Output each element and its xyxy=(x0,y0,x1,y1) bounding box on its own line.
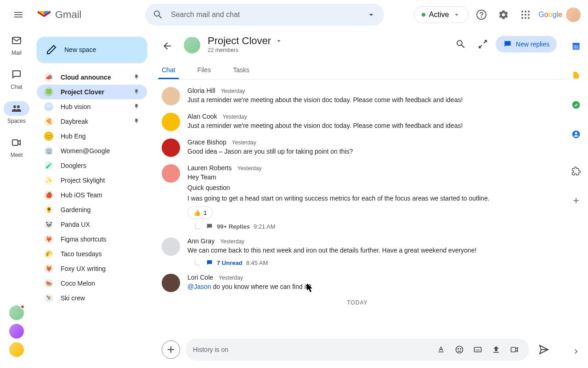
sidebar-space-15[interactable]: ⛷️Ski crew xyxy=(37,291,147,305)
gif-button[interactable]: GIF xyxy=(470,342,485,357)
svg-point-13 xyxy=(17,105,20,108)
back-button[interactable] xyxy=(158,37,176,55)
tab-files[interactable]: Files xyxy=(194,61,215,79)
space-title[interactable]: Project Clover xyxy=(208,35,444,47)
avatar[interactable] xyxy=(162,274,180,292)
sidebar-space-2[interactable]: ☁️Hub vision xyxy=(37,99,147,114)
space-icon: 📣 xyxy=(44,73,53,82)
avatar[interactable] xyxy=(162,164,180,183)
sidebar-space-13[interactable]: 🦊Foxy UX writing xyxy=(37,261,147,276)
sidebar-space-10[interactable]: 🐼Panda UX xyxy=(37,217,147,232)
upload-button[interactable] xyxy=(489,342,503,357)
space-icon: 🏢 xyxy=(44,146,53,155)
gmail-text: Gmail xyxy=(55,9,81,21)
thread-link[interactable]: 7 Unread8:45 AM xyxy=(195,259,553,266)
sidebar-space-11[interactable]: 🦊Figma shortcuts xyxy=(37,232,147,247)
avatar[interactable] xyxy=(162,138,180,157)
status-active-button[interactable]: Active xyxy=(414,6,469,23)
collapse-button[interactable] xyxy=(474,35,492,53)
space-icon: 🌮 xyxy=(44,249,53,259)
contacts-button[interactable] xyxy=(567,125,585,144)
chevron-down-icon xyxy=(275,37,283,45)
space-icon: 🐼 xyxy=(44,220,53,229)
svg-point-2 xyxy=(521,11,523,12)
sidebar-space-1[interactable]: 🍀Project Clover xyxy=(37,85,147,99)
svg-rect-20 xyxy=(511,347,516,352)
account-avatar[interactable] xyxy=(566,7,581,22)
svg-point-16 xyxy=(458,349,459,350)
svg-point-1 xyxy=(481,17,482,17)
google-logo: Google xyxy=(538,11,562,19)
sidebar-space-9[interactable]: 🌻Gardening xyxy=(37,202,147,217)
rail-spaces[interactable]: Spaces xyxy=(0,101,33,124)
search-input[interactable] xyxy=(171,11,358,19)
space-search-button[interactable] xyxy=(452,35,470,53)
svg-point-5 xyxy=(521,14,523,16)
members-count[interactable]: 22 members xyxy=(208,47,444,53)
sidebar-space-0[interactable]: 📣Cloud announce xyxy=(37,70,147,85)
space-icon: 🧪 xyxy=(44,161,53,170)
space-icon: 🌻 xyxy=(44,205,53,214)
pencil-icon xyxy=(46,44,57,55)
tasks-button[interactable] xyxy=(567,96,585,114)
message-2: Grace BishopYesterdayGood idea – Jason a… xyxy=(162,138,553,157)
tab-chat[interactable]: Chat xyxy=(158,61,179,79)
rail-user-2[interactable] xyxy=(9,324,24,339)
keep-button[interactable] xyxy=(567,66,585,85)
message-0: Gloria HillYesterdayJust a reminder we'r… xyxy=(162,87,553,105)
space-icon: 🦊 xyxy=(44,235,53,244)
emoji-button[interactable] xyxy=(452,342,467,357)
calendar-button[interactable]: 31 xyxy=(567,37,585,55)
addons-button[interactable] xyxy=(567,162,585,180)
send-button[interactable] xyxy=(535,340,553,359)
apps-button[interactable] xyxy=(516,6,535,24)
svg-point-8 xyxy=(521,17,523,19)
sidebar-space-14[interactable]: 🍉Coco Melon xyxy=(37,276,147,291)
video-button[interactable] xyxy=(507,342,522,357)
compose-input-area[interactable]: GIF xyxy=(186,339,529,361)
status-dot-icon xyxy=(422,13,425,17)
settings-button[interactable] xyxy=(494,6,513,24)
new-space-button[interactable]: New space xyxy=(37,37,147,63)
svg-point-9 xyxy=(525,17,526,19)
reaction[interactable]: 👍1 xyxy=(187,206,213,219)
new-replies-button[interactable]: New replies xyxy=(496,36,557,52)
sidebar-space-12[interactable]: 🌮Taco tuesdays xyxy=(37,247,147,261)
space-icon: 🍕 xyxy=(44,117,53,126)
main-menu-button[interactable] xyxy=(7,4,29,26)
add-addon-button[interactable] xyxy=(567,191,585,210)
sidebar-space-7[interactable]: ✨Project Skylight xyxy=(37,173,147,188)
rail-user-3[interactable] xyxy=(9,342,24,357)
svg-point-24 xyxy=(572,101,580,109)
search-bar[interactable] xyxy=(145,4,384,26)
avatar[interactable] xyxy=(162,113,180,131)
avatar[interactable] xyxy=(162,87,180,105)
avatar[interactable] xyxy=(162,237,180,256)
sidebar-space-8[interactable]: 🍎Hub iOS Team xyxy=(37,188,147,202)
format-button[interactable] xyxy=(434,342,448,357)
sidebar-space-6[interactable]: 🧪Dooglers xyxy=(37,158,147,173)
rail-chat[interactable]: Chat xyxy=(0,67,33,90)
support-button[interactable] xyxy=(472,6,491,24)
gmail-logo[interactable]: Gmail xyxy=(37,9,138,21)
pin-icon xyxy=(133,89,140,95)
rail-user-1[interactable] xyxy=(9,305,24,320)
sidebar-space-5[interactable]: 🏢Women@Google xyxy=(37,144,147,158)
sidebar-space-3[interactable]: 🍕Daybreak xyxy=(37,114,147,129)
rail-mail[interactable]: Mail xyxy=(0,33,33,56)
side-panel-toggle[interactable] xyxy=(567,342,585,361)
compose-add-button[interactable] xyxy=(162,340,180,359)
svg-point-3 xyxy=(525,11,526,12)
search-options-icon[interactable] xyxy=(366,9,377,20)
message-input[interactable] xyxy=(193,346,430,353)
svg-point-17 xyxy=(460,349,461,350)
space-icon: ⛷️ xyxy=(44,293,53,303)
pin-icon xyxy=(133,104,140,110)
thread-link[interactable]: 99+ Replies9:21 AM xyxy=(195,223,553,230)
message-1: Alan CookYesterdayJust a reminder we're … xyxy=(162,113,553,131)
rail-meet[interactable]: Meet xyxy=(0,135,33,158)
svg-point-4 xyxy=(528,11,530,12)
tab-tasks[interactable]: Tasks xyxy=(229,61,253,79)
sidebar-space-4[interactable]: 😊Hub Eng xyxy=(37,129,147,144)
message-3: Lauren RobertsYesterdayHey TeamQuick que… xyxy=(162,164,553,230)
